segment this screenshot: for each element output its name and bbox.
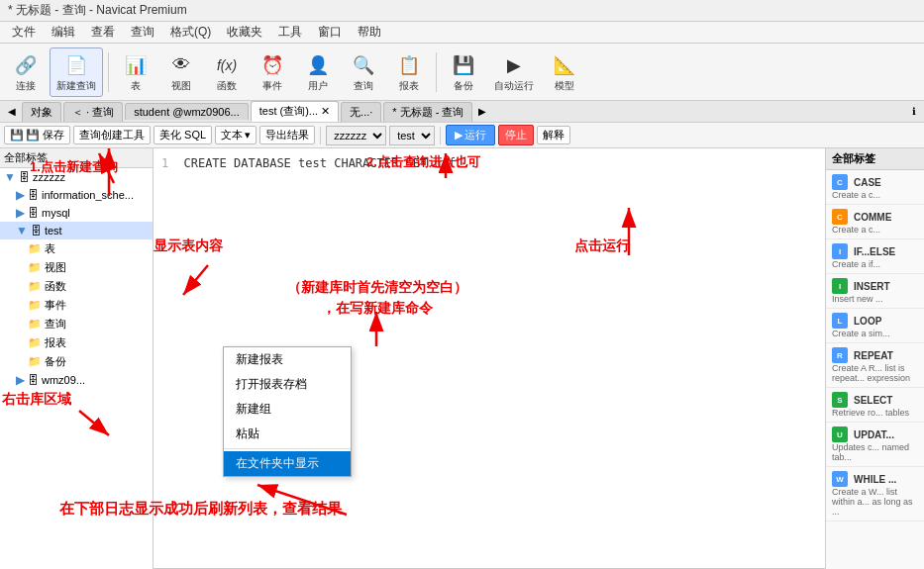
run-button[interactable]: ▶ 运行 xyxy=(446,125,495,145)
toolbar-model[interactable]: 📐 模型 xyxy=(543,47,586,97)
tree-label-backup: 备份 xyxy=(45,354,66,369)
snippet-insert[interactable]: I INSERT Insert new ... xyxy=(826,274,924,309)
toolbar-user[interactable]: 👤 用户 xyxy=(296,47,340,97)
tab-nav-left[interactable]: ◀ xyxy=(4,105,20,118)
save-label: 💾 保存 xyxy=(26,128,64,142)
db-select[interactable]: zzzzzz xyxy=(326,126,386,145)
tab-query-nav[interactable]: ＜ · 查询 xyxy=(63,102,123,122)
tab-unnamed1[interactable]: 无...· xyxy=(341,102,381,122)
toolbar-query[interactable]: 🔍 查询 xyxy=(342,47,385,97)
repeat-title: REPEAT xyxy=(854,350,893,361)
tree-label-zzzzzz: zzzzzz xyxy=(33,171,65,183)
toolbar: 🔗 连接 📄 新建查询 📊 表 👁 视图 f(x) 函数 ⏰ 事件 👤 用户 🔍… xyxy=(0,44,924,101)
ctx-paste[interactable]: 粘贴 xyxy=(224,422,351,446)
tree-item-report[interactable]: 📁 报表 xyxy=(0,333,153,352)
toolbar-table[interactable]: 📊 表 xyxy=(114,47,157,97)
ctx-show-in-folder[interactable]: 在文件夹中显示 xyxy=(224,451,351,476)
toolbar-connect[interactable]: 🔗 连接 xyxy=(4,47,48,97)
toolbar-sep1 xyxy=(108,52,109,92)
toolbar-autorun[interactable]: ▶ 自动运行 xyxy=(487,47,541,97)
tree-label-info-schema: information_sche... xyxy=(42,189,134,201)
toolbar-function-label: 函数 xyxy=(217,79,237,93)
tree-item-query2[interactable]: 📁 查询 xyxy=(0,315,153,333)
tree-item-table[interactable]: 📁 表 xyxy=(0,239,153,258)
tree-item-wmz[interactable]: ▶ 🗄 wmz09... xyxy=(0,371,153,389)
toolbar-event-label: 事件 xyxy=(262,79,282,93)
menu-edit[interactable]: 编辑 xyxy=(44,22,83,43)
tree-item-mysql[interactable]: ▶ 🗄 mysql xyxy=(0,204,153,222)
menu-tools[interactable]: 工具 xyxy=(270,22,310,43)
tab-info[interactable]: ℹ xyxy=(908,105,920,118)
query2-folder-icon: 📁 xyxy=(28,318,42,331)
loop-desc: Create a sim... xyxy=(832,329,918,338)
toolbar-backup[interactable]: 💾 备份 xyxy=(442,47,485,97)
snippet-select[interactable]: S SELECT Retrieve ro... tables xyxy=(826,388,924,423)
tree-item-zzzzzz[interactable]: ▼ 🗄 zzzzzz xyxy=(0,168,153,186)
case-icon: C xyxy=(832,174,848,190)
comment-desc: Create a c... xyxy=(832,225,918,235)
insert-title: INSERT xyxy=(854,281,890,292)
tree-label-table: 表 xyxy=(45,241,55,256)
snippet-repeat[interactable]: R REPEAT Create A R... list is repeat...… xyxy=(826,343,924,388)
tab-student[interactable]: student @wmz0906... xyxy=(125,103,249,120)
sidebar-header-label: 全部标签 xyxy=(4,150,48,165)
content-area: 1 CREATE DATABASE test CHARACTER SET utf… xyxy=(154,148,825,569)
beautify-button[interactable]: 美化 SQL xyxy=(154,126,212,144)
query-builder-label: 查询创建工具 xyxy=(79,128,145,142)
save-button[interactable]: 💾 💾 保存 xyxy=(4,126,70,144)
update-desc: Updates c... named tab... xyxy=(832,442,918,462)
event-folder-icon: 📁 xyxy=(28,299,42,312)
menu-format[interactable]: 格式(Q) xyxy=(162,22,219,43)
toolbar-event[interactable]: ⏰ 事件 xyxy=(251,47,294,97)
tab-nav-right[interactable]: ▶ xyxy=(474,105,490,118)
tree-item-event[interactable]: 📁 事件 xyxy=(0,296,153,315)
menu-help[interactable]: 帮助 xyxy=(350,22,389,43)
beautify-label: 美化 SQL xyxy=(159,128,206,142)
tree-label-func: 函数 xyxy=(45,279,66,294)
snippet-ifelse[interactable]: I IF...ELSE Create a if... xyxy=(826,239,924,274)
toolbar-report[interactable]: 📋 报表 xyxy=(387,47,431,97)
snippet-comment[interactable]: C COMME Create a c... xyxy=(826,205,924,239)
select-title: SELECT xyxy=(854,395,892,406)
menu-favorites[interactable]: 收藏夹 xyxy=(219,22,270,43)
toolbar-function[interactable]: f(x) 函数 xyxy=(205,47,249,97)
menu-view[interactable]: 查看 xyxy=(83,22,123,43)
tab-unnamed-query[interactable]: * 无标题 - 查询 xyxy=(383,102,472,122)
stop-button[interactable]: 停止 xyxy=(498,125,534,145)
ctx-open-report[interactable]: 打开报表存档 xyxy=(224,372,351,397)
save-icon: 💾 xyxy=(10,129,24,142)
toolbar-user-label: 用户 xyxy=(308,79,328,93)
snippet-update[interactable]: U UPDAT... Updates c... named tab... xyxy=(826,423,924,467)
select-desc: Retrieve ro... tables xyxy=(832,408,918,418)
snippet-while[interactable]: W WHILE ... Create a W... list within a.… xyxy=(826,467,924,522)
explain-button[interactable]: 解释 xyxy=(537,126,570,144)
snippet-case[interactable]: C CASE Create a c... xyxy=(826,170,924,205)
ctx-new-group[interactable]: 新建组 xyxy=(224,397,351,422)
right-panel-header-label: 全部标签 xyxy=(832,152,875,164)
db-icon: 🗄 xyxy=(19,171,30,183)
tree-item-backup[interactable]: 📁 备份 xyxy=(0,352,153,371)
tree-label-wmz: wmz09... xyxy=(42,374,85,386)
db-icon-test: ▼ xyxy=(16,224,28,237)
query-builder-button[interactable]: 查询创建工具 xyxy=(73,126,151,144)
db-icon-wmz: ▶ xyxy=(16,373,25,387)
ctx-new-report[interactable]: 新建报表 xyxy=(224,347,351,372)
menu-window[interactable]: 窗口 xyxy=(310,22,350,43)
toolbar-new-query[interactable]: 📄 新建查询 xyxy=(50,47,103,97)
menu-query[interactable]: 查询 xyxy=(123,22,162,43)
tab-object[interactable]: 对象 xyxy=(22,102,61,122)
tree-item-view[interactable]: 📁 视图 xyxy=(0,258,153,277)
right-panel-header: 全部标签 xyxy=(826,148,924,170)
toolbar-view[interactable]: 👁 视图 xyxy=(159,47,203,97)
mysql-db-icon: 🗄 xyxy=(28,207,39,219)
tab-test-query[interactable]: test (查询)... ✕ xyxy=(251,101,339,122)
user-icon: 👤 xyxy=(304,51,332,79)
tree-item-info-schema[interactable]: ▶ 🗄 information_sche... xyxy=(0,186,153,204)
text-button[interactable]: 文本 ▾ xyxy=(215,126,257,144)
schema-select[interactable]: test xyxy=(389,126,435,145)
snippet-loop[interactable]: L LOOP Create a sim... xyxy=(826,309,924,343)
export-button[interactable]: 导出结果 xyxy=(259,126,315,144)
tree-item-test[interactable]: ▼ 🗄 test xyxy=(0,222,153,239)
menu-file[interactable]: 文件 xyxy=(4,22,44,43)
tree-item-func[interactable]: 📁 函数 xyxy=(0,277,153,296)
